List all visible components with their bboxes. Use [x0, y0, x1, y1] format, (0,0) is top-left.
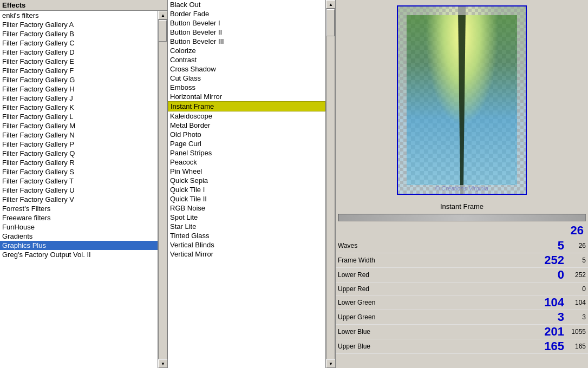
param-row: Upper Red0 — [336, 282, 588, 295]
middle-list-item[interactable]: Cross Shadow — [168, 64, 325, 74]
middle-list-item[interactable]: Black Out — [168, 0, 325, 9]
param-value-small: 104 — [566, 299, 588, 306]
left-list-item[interactable]: Graphics Plus — [0, 241, 158, 250]
param-value-large: 5 — [534, 239, 566, 253]
filters-scroll-down[interactable]: ▼ — [326, 359, 335, 368]
left-list-item[interactable]: Filter Factory Gallery G — [0, 75, 158, 84]
middle-list-item[interactable]: Vertical Mirror — [168, 249, 325, 259]
middle-list-item[interactable]: Star Lite — [168, 222, 325, 231]
left-list-item[interactable]: Filter Factory Gallery P — [0, 140, 158, 149]
filters-list-container: Black OutBorder FadeButton Beveler IButt… — [168, 0, 335, 368]
middle-list-item[interactable]: Panel Stripes — [168, 148, 325, 157]
param-value-large: 104 — [534, 295, 566, 310]
progress-bar — [338, 214, 586, 221]
param-label: Lower Green — [336, 298, 534, 307]
params-table: 26 Waves526Frame Width2525Lower Red0252U… — [336, 222, 588, 368]
left-list-item[interactable]: Filter Factory Gallery B — [0, 29, 158, 38]
middle-list-item[interactable]: Quick Tile I — [168, 185, 325, 194]
filters-scrollbar[interactable]: ▲ ▼ — [325, 0, 335, 368]
middle-list-item[interactable]: Cut Glass — [168, 74, 325, 83]
middle-list-item[interactable]: Border Fade — [168, 9, 325, 18]
filters-scroll-thumb[interactable] — [326, 9, 335, 36]
middle-list-item[interactable]: Vertical Blinds — [168, 240, 325, 249]
left-list-item[interactable]: FunHouse — [0, 222, 158, 232]
param-row: Upper Green33 — [336, 310, 588, 325]
param-value-large: 165 — [534, 339, 566, 353]
effects-scroll-thumb[interactable] — [159, 20, 167, 42]
middle-list-item[interactable]: Tinted Glass — [168, 231, 325, 240]
effects-list-container: enki's filtersFilter Factory Gallery AFi… — [0, 11, 167, 368]
middle-list-item[interactable]: Contrast — [168, 55, 325, 64]
param-row: Lower Red0252 — [336, 268, 588, 282]
param-row: Lower Green104104 — [336, 295, 588, 310]
left-list-item[interactable]: Gradients — [0, 232, 158, 241]
param-value-small: 252 — [566, 271, 588, 279]
left-list-item[interactable]: Filter Factory Gallery S — [0, 167, 158, 176]
middle-list-item[interactable]: RGB Noise — [168, 203, 325, 213]
param-value-small: 1055 — [566, 328, 588, 336]
left-list-item[interactable]: Forrest's Filters — [0, 204, 158, 213]
middle-list-item[interactable]: Page Curl — [168, 139, 325, 148]
left-list-item[interactable]: Filter Factory Gallery E — [0, 57, 158, 66]
middle-list-item[interactable]: Colorize — [168, 46, 325, 55]
middle-list-item[interactable]: Instant Frame — [168, 101, 325, 111]
left-list-item[interactable]: Filter Factory Gallery Q — [0, 149, 158, 158]
param-value-small: 0 — [566, 285, 588, 293]
left-list-item[interactable]: Filter Factory Gallery J — [0, 94, 158, 103]
middle-list-item[interactable]: Button Beveler II — [168, 28, 325, 37]
middle-list-item[interactable]: Kaleidoscope — [168, 111, 325, 121]
middle-list-item[interactable]: Quick Sepia — [168, 176, 325, 185]
left-list-item[interactable]: Filter Factory Gallery T — [0, 176, 158, 186]
effects-scroll-track[interactable] — [158, 19, 167, 359]
left-list-item[interactable]: Filter Factory Gallery A — [0, 20, 158, 29]
effects-list[interactable]: enki's filtersFilter Factory Gallery AFi… — [0, 11, 158, 368]
top-row-params: 26 — [336, 222, 588, 239]
left-list-item[interactable]: Filter Factory Gallery H — [0, 84, 158, 94]
param-label: Upper Blue — [336, 341, 534, 351]
effect-name-label: Instant Frame — [336, 200, 588, 213]
left-list-item[interactable]: Filter Factory Gallery K — [0, 103, 158, 112]
param-label: Lower Blue — [336, 327, 534, 337]
preview-image: © Créations Virginia — [397, 5, 527, 195]
middle-list-item[interactable]: Emboss — [168, 83, 325, 92]
left-list-item[interactable]: Filter Factory Gallery D — [0, 48, 158, 57]
effects-scroll-up[interactable]: ▲ — [158, 11, 167, 19]
middle-list-item[interactable]: Old Photo — [168, 130, 325, 139]
left-list-item[interactable]: Freeware filters — [0, 213, 158, 222]
left-list-item[interactable]: Filter Factory Gallery V — [0, 195, 158, 204]
left-list-item[interactable]: Filter Factory Gallery R — [0, 158, 158, 167]
param-row: Waves526 — [336, 239, 588, 253]
left-list-item[interactable]: Filter Factory Gallery L — [0, 112, 158, 121]
left-list-item[interactable]: enki's filters — [0, 11, 158, 20]
filters-list[interactable]: Black OutBorder FadeButton Beveler IButt… — [168, 0, 325, 368]
left-list-item[interactable]: Filter Factory Gallery F — [0, 66, 158, 75]
middle-list-item[interactable]: Quick Tile II — [168, 194, 325, 203]
effects-scroll-down[interactable]: ▼ — [158, 359, 167, 368]
param-value-large: 252 — [534, 253, 566, 267]
main-container: Effects enki's filtersFilter Factory Gal… — [0, 0, 588, 368]
middle-list-item[interactable]: Peacock — [168, 157, 325, 167]
param-value-large: 0 — [534, 268, 566, 282]
left-panel: Effects enki's filtersFilter Factory Gal… — [0, 0, 168, 368]
left-list-item[interactable]: Filter Factory Gallery U — [0, 186, 158, 195]
watermark: © Créations Virginia — [398, 185, 526, 192]
param-label: Upper Red — [336, 284, 534, 294]
param-value-large: 201 — [534, 325, 566, 339]
middle-list-item[interactable]: Pin Wheel — [168, 167, 325, 176]
effects-scrollbar[interactable]: ▲ ▼ — [158, 11, 167, 368]
preview-area: © Créations Virginia — [336, 0, 588, 200]
middle-list-item[interactable]: Spot Lite — [168, 213, 325, 222]
top-value: 26 — [553, 224, 586, 238]
left-list-item[interactable]: Filter Factory Gallery C — [0, 38, 158, 48]
middle-list-item[interactable]: Button Beveler I — [168, 18, 325, 28]
left-list-item[interactable]: Filter Factory Gallery M — [0, 121, 158, 130]
left-list-item[interactable]: Filter Factory Gallery N — [0, 130, 158, 140]
middle-list-item[interactable]: Button Beveler III — [168, 37, 325, 46]
filters-scroll-track[interactable] — [326, 9, 335, 359]
param-value-small: 165 — [566, 343, 588, 350]
middle-list-item[interactable]: Horizontal Mirror — [168, 92, 325, 101]
param-label: Frame Width — [336, 255, 534, 265]
middle-list-item[interactable]: Metal Border — [168, 121, 325, 130]
filters-scroll-up[interactable]: ▲ — [326, 0, 335, 9]
left-list-item[interactable]: Greg's Factory Output Vol. II — [0, 250, 158, 259]
